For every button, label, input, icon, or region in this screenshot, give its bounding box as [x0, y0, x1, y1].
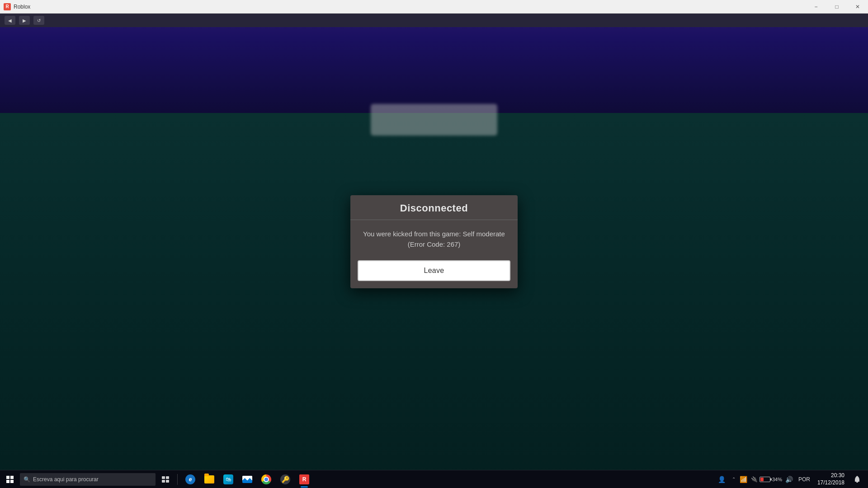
win-logo-piece-1: [6, 476, 9, 479]
chrome-logo: [261, 474, 271, 484]
battery-percent-text: 34%: [772, 477, 782, 482]
modal-footer: Leave: [350, 258, 518, 288]
battery-icon: [760, 477, 770, 482]
roblox-logo: R: [299, 474, 309, 484]
title-bar: R Roblox − □ ✕: [0, 0, 868, 14]
svg-rect-3: [166, 480, 169, 483]
speaker-icon: 🔊: [785, 476, 793, 483]
people-icon: 👤: [718, 476, 726, 483]
mail-logo: [242, 476, 252, 483]
win-logo-piece-2: [10, 476, 14, 479]
ie-logo: e: [185, 474, 195, 484]
svg-rect-2: [162, 480, 165, 483]
window-title: Roblox: [14, 4, 30, 10]
clock-time: 20:30: [831, 472, 844, 479]
svg-rect-0: [162, 476, 165, 479]
search-placeholder-text: Escreva aqui para procurar: [33, 476, 99, 483]
modal-header: Disconnected: [350, 195, 518, 220]
store-logo: 🛍: [223, 474, 233, 484]
taskbar-systray: 👤 ⌃ 📶 🔌 34% 🔊 POR 20:30 17/1: [715, 470, 868, 488]
taskbar-divider: [177, 474, 178, 485]
windows-logo: [6, 476, 14, 483]
taskbar-store-icon[interactable]: 🛍: [219, 470, 237, 488]
maximize-button[interactable]: □: [826, 0, 847, 14]
taskbar-mail-icon[interactable]: [238, 470, 256, 488]
taskbar-ie-icon[interactable]: e: [181, 470, 199, 488]
close-button[interactable]: ✕: [847, 0, 868, 14]
minimize-button[interactable]: −: [806, 0, 826, 14]
systray-chevron[interactable]: ⌃: [731, 477, 736, 482]
svg-rect-4: [856, 482, 858, 483]
window-controls: − □ ✕: [806, 0, 868, 13]
modal-body: You were kicked from this game: Self mod…: [350, 220, 518, 258]
battery-indicator[interactable]: 🔌 34%: [751, 476, 782, 483]
taskbar-explorer-icon[interactable]: [200, 470, 218, 488]
modal-message-line2: (Error Code: 267): [361, 239, 507, 250]
taskbar-chrome-icon[interactable]: [257, 470, 275, 488]
app-icon: R: [4, 3, 11, 10]
app6-logo: 🔑: [280, 474, 290, 484]
taskbar-roblox-icon[interactable]: R: [295, 470, 313, 488]
win-logo-piece-4: [10, 480, 14, 483]
notification-button[interactable]: [850, 470, 864, 488]
taskbar: 🔍 Escreva aqui para procurar e 🛍: [0, 470, 868, 488]
network-icon[interactable]: 📶: [738, 470, 749, 488]
modal-message-line1: You were kicked from this game: Self mod…: [361, 229, 507, 239]
notification-icon: [854, 476, 860, 483]
explorer-logo: [204, 475, 214, 483]
battery-charging-icon: 🔌: [751, 476, 758, 483]
modal-title: Disconnected: [361, 202, 507, 214]
search-icon: 🔍: [24, 476, 30, 483]
taskbar-clock[interactable]: 20:30 17/12/2018: [814, 472, 848, 486]
wifi-signal-icon: 📶: [740, 476, 747, 483]
title-bar-left: R Roblox: [0, 3, 30, 10]
win-logo-piece-3: [6, 480, 9, 483]
taskbar-apps: e 🛍 🔑 R: [181, 470, 313, 488]
disconnected-modal: Disconnected You were kicked from this g…: [350, 195, 518, 288]
modal-overlay: Disconnected You were kicked from this g…: [0, 14, 868, 470]
language-indicator[interactable]: POR: [797, 476, 812, 483]
svg-rect-1: [166, 476, 169, 479]
volume-icon[interactable]: 🔊: [784, 470, 795, 488]
battery-fill: [760, 478, 764, 481]
clock-date: 17/12/2018: [817, 479, 844, 487]
taskbar-search[interactable]: 🔍 Escreva aqui para procurar: [20, 473, 156, 486]
start-button[interactable]: [0, 470, 20, 488]
taskbar-app6-icon[interactable]: 🔑: [276, 470, 294, 488]
task-view-button[interactable]: [157, 470, 174, 488]
leave-button[interactable]: Leave: [358, 260, 510, 281]
taskbar-people-button[interactable]: 👤: [715, 470, 729, 488]
